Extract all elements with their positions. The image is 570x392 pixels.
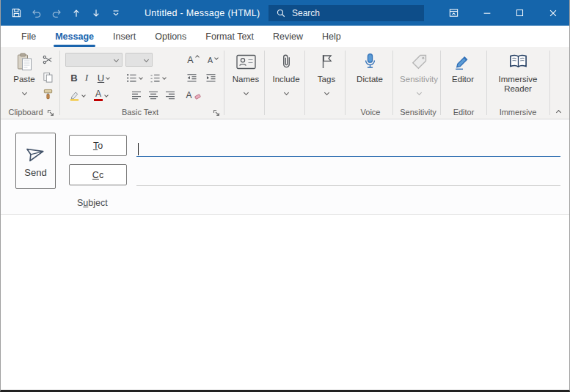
message-body[interactable] <box>1 215 569 390</box>
numbering-icon <box>150 73 161 83</box>
close-button[interactable] <box>536 0 569 26</box>
font-family-select[interactable] <box>65 53 123 67</box>
previous-item-button[interactable] <box>66 4 86 23</box>
subject-field[interactable] <box>136 193 560 212</box>
window-controls <box>437 0 569 26</box>
group-divider <box>224 51 224 115</box>
tab-format-text[interactable]: Format Text <box>196 26 263 47</box>
immersive-group-label: Immersive <box>488 108 548 118</box>
format-painter-button[interactable] <box>40 87 55 102</box>
align-left-button[interactable] <box>130 88 143 103</box>
group-divider <box>440 51 441 115</box>
clear-formatting-button[interactable]: A <box>184 88 203 103</box>
chevron-down-icon <box>162 75 167 80</box>
send-icon <box>24 142 47 164</box>
group-divider <box>392 51 393 115</box>
ribbon-display-options-button[interactable] <box>437 0 470 26</box>
undo-button[interactable] <box>26 4 46 23</box>
chevron-down-icon <box>106 75 110 80</box>
minimize-button[interactable] <box>470 0 503 26</box>
group-divider <box>486 51 487 115</box>
tab-help[interactable]: Help <box>313 26 351 47</box>
save-icon <box>11 7 22 18</box>
chevron-down-icon <box>139 75 143 80</box>
paste-button[interactable]: Paste <box>10 49 39 106</box>
chevron-down-icon <box>416 90 421 95</box>
tab-options[interactable]: Options <box>145 26 196 47</box>
contact-card-icon <box>236 51 256 73</box>
copy-button[interactable] <box>40 70 55 84</box>
tab-file[interactable]: File <box>12 26 45 47</box>
increase-indent-button[interactable] <box>203 70 218 85</box>
chevron-bar-icon <box>111 8 121 18</box>
next-item-button[interactable] <box>86 4 106 23</box>
cut-button[interactable] <box>40 52 55 67</box>
immersive-reader-label-line2: Reader <box>504 84 532 94</box>
sensitivity-group-label: Sensitivity <box>395 108 441 118</box>
font-color-label: A <box>95 89 101 98</box>
cc-button[interactable]: Cc <box>69 164 127 185</box>
font-color-button[interactable]: A <box>91 88 111 103</box>
maximize-icon <box>515 8 525 18</box>
chevron-down-icon <box>214 56 219 60</box>
font-size-select[interactable] <box>125 53 153 67</box>
clear-formatting-label: A <box>186 90 191 100</box>
customize-qat-button[interactable] <box>106 4 125 23</box>
search-box[interactable]: Search <box>268 5 424 21</box>
shrink-font-button[interactable]: A <box>204 53 222 67</box>
group-divider <box>345 51 346 115</box>
names-button[interactable]: Names <box>229 49 263 106</box>
align-right-button[interactable] <box>164 88 177 103</box>
include-button[interactable]: Include <box>269 49 303 106</box>
tags-button[interactable]: Tags <box>310 49 343 106</box>
chevron-down-icon <box>104 93 109 97</box>
tab-review[interactable]: Review <box>263 26 313 47</box>
shrink-font-label: A <box>208 56 213 64</box>
send-button[interactable]: Send <box>15 133 56 189</box>
bullets-button[interactable] <box>124 70 145 85</box>
clipboard-dialog-launcher[interactable] <box>46 108 55 117</box>
grow-font-button[interactable]: A <box>184 53 202 67</box>
decrease-indent-button[interactable] <box>184 70 199 85</box>
to-field[interactable] <box>136 137 560 156</box>
to-field-underline <box>136 156 560 157</box>
chevron-up-icon <box>555 109 560 114</box>
basic-text-dialog-launcher[interactable] <box>212 108 221 117</box>
cc-field[interactable] <box>136 166 560 185</box>
text-caret <box>138 143 139 155</box>
text-highlight-button[interactable] <box>67 88 87 103</box>
maximize-button[interactable] <box>503 0 536 26</box>
to-button[interactable]: To <box>69 135 127 156</box>
microphone-icon <box>363 51 377 73</box>
align-center-icon <box>148 91 158 100</box>
save-button[interactable] <box>7 4 26 23</box>
clipboard-group-label: Clipboard <box>5 108 46 118</box>
italic-label: I <box>85 72 89 84</box>
editor-button[interactable]: Editor <box>445 49 481 106</box>
underline-button[interactable]: U <box>94 70 113 85</box>
ribbon: Paste Clipboard A A B I U <box>1 47 569 119</box>
redo-button[interactable] <box>46 4 66 23</box>
decrease-indent-icon <box>186 73 197 83</box>
immersive-reader-button[interactable]: Immersive Reader <box>490 49 546 106</box>
group-divider <box>549 51 550 115</box>
titlebar: Untitled - Message (HTML) Search <box>1 0 569 26</box>
align-right-icon <box>165 91 175 100</box>
paste-label: Paste <box>13 75 34 84</box>
dictate-button[interactable]: Dictate <box>351 49 388 106</box>
voice-group-label: Voice <box>348 108 392 118</box>
chevron-down-icon <box>81 93 86 97</box>
outlook-message-window: Untitled - Message (HTML) Search File Me… <box>0 0 570 392</box>
numbering-button[interactable] <box>147 70 168 85</box>
collapse-ribbon-button[interactable] <box>551 105 566 119</box>
chevron-down-icon <box>283 90 288 95</box>
bold-button[interactable]: B <box>68 70 80 85</box>
compose-header: Send To Cc Subject <box>1 119 569 215</box>
tags-label: Tags <box>318 75 335 84</box>
italic-button[interactable]: I <box>82 70 91 85</box>
close-icon <box>548 8 558 18</box>
align-center-button[interactable] <box>147 88 160 103</box>
tab-insert[interactable]: Insert <box>103 26 145 47</box>
sensitivity-button[interactable]: Sensitivity <box>398 49 440 106</box>
tab-message[interactable]: Message <box>45 26 103 47</box>
